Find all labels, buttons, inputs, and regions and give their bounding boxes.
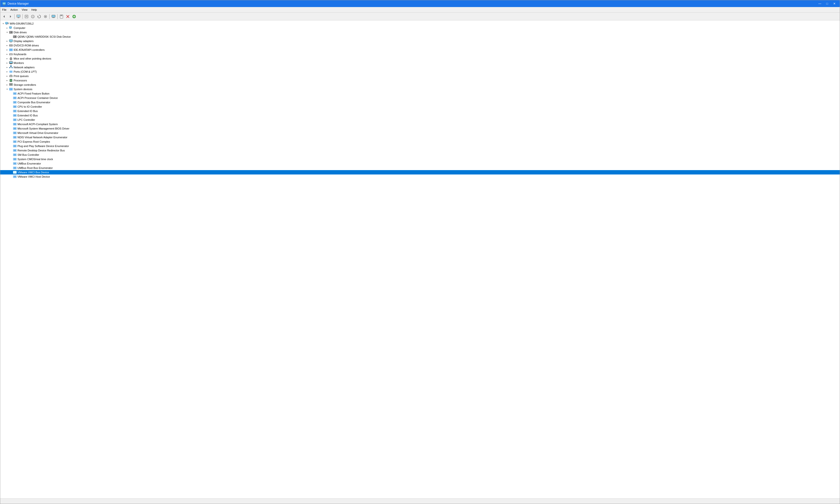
svg-marker-15 [38, 16, 39, 17]
svg-rect-100 [14, 97, 16, 99]
help-button[interactable]: ? [30, 14, 36, 19]
monitors-expand-icon[interactable] [5, 61, 9, 65]
tree-ms-smbios[interactable]: Microsoft System Management BIOS Driver [0, 126, 840, 131]
system-devices-icon [9, 87, 13, 91]
svg-rect-40 [10, 32, 11, 33]
tree-ports[interactable]: Ports (COM & LPT) [0, 70, 840, 74]
tree-extended-io-2[interactable]: Extended IO Bus [0, 113, 840, 118]
network-expand-icon[interactable] [5, 65, 9, 69]
tree-system-devices[interactable]: System devices [0, 87, 840, 91]
close-button[interactable]: ✕ [831, 1, 838, 6]
tree-pnp[interactable]: Plug and Play Software Device Enumerator [0, 144, 840, 148]
tree-network[interactable]: Network adapters [0, 65, 840, 70]
vmci-host-label: VMware VMCI Host Device [18, 175, 839, 178]
svg-rect-9 [18, 18, 19, 18]
status-bar [0, 499, 840, 504]
svg-rect-67 [10, 66, 12, 67]
tree-umbus-root[interactable]: UMBus Root Bus Enumerator [0, 166, 840, 170]
processors-expand-icon[interactable] [5, 78, 9, 83]
keyboards-expand-icon[interactable] [5, 52, 9, 56]
tree-lpc-controller[interactable]: LPC Controller [0, 118, 840, 122]
svg-point-62 [11, 57, 12, 58]
display-button[interactable] [51, 14, 56, 19]
print-expand-icon[interactable] [5, 74, 9, 78]
tree-smbus[interactable]: SM Bus Controller [0, 152, 840, 157]
tree-vmci-bus[interactable]: VMware VMCI Bus Device [0, 170, 840, 175]
menu-action[interactable]: Action [8, 7, 20, 12]
pnp-expand [9, 144, 13, 148]
tree-pci-root[interactable]: PCI Express Root Complex [0, 140, 840, 144]
keyboards-icon [9, 52, 13, 56]
minimize-button[interactable]: — [817, 1, 823, 6]
menu-file[interactable]: File [0, 7, 8, 12]
forward-button[interactable] [7, 14, 13, 19]
tree-qemu-disk[interactable]: QEMU QEMU HARDDISK SCSI Disk Device [0, 35, 840, 39]
add-button[interactable] [71, 14, 77, 19]
tree-ms-vde[interactable]: Microsoft Virtual Drive Enumerator [0, 131, 840, 135]
svg-rect-64 [10, 62, 12, 63]
tree-print-queues[interactable]: Print queues [0, 74, 840, 78]
svg-rect-108 [14, 115, 16, 116]
tree-extended-io-1[interactable]: Extended IO Bus [0, 109, 840, 113]
window-title: Device Manager [7, 2, 29, 5]
toolbar-sep-3 [49, 14, 50, 19]
tree-keyboards[interactable]: Keyboards [0, 52, 840, 56]
show-devices-button[interactable] [16, 14, 21, 19]
root-expand-icon[interactable] [1, 22, 5, 25]
tree-rdp-bus[interactable]: Remote Desktop Device Redirector Bus [0, 148, 840, 152]
tree-computer[interactable]: Computer [0, 26, 840, 30]
ports-label: Ports (COM & LPT) [14, 70, 839, 73]
tree-acpi-fixed[interactable]: ACPI Fixed Feature Button [0, 91, 840, 96]
ide-expand-icon[interactable] [5, 48, 9, 52]
ports-expand-icon[interactable] [5, 70, 9, 74]
svg-rect-118 [14, 137, 16, 138]
tree-ide-controllers[interactable]: IDE ATA/ATAPI controllers [0, 48, 840, 52]
pnp-icon [13, 144, 17, 148]
ms-vde-label: Microsoft Virtual Drive Enumerator [18, 131, 839, 134]
tree-storage[interactable]: Storage controllers [0, 83, 840, 87]
tree-ms-acpi[interactable]: Microsoft ACPI-Compliant System [0, 122, 840, 126]
tree-umbus[interactable]: UMBus Enumerator [0, 161, 840, 166]
tree-vmci-host[interactable]: VMware VMCI Host Device [0, 175, 840, 179]
svg-rect-1 [3, 3, 5, 4]
device-tree[interactable]: WIN-G9U8N7156L2 Computer [0, 20, 840, 499]
tree-acpi-processor[interactable]: ACPI Processor Container Device [0, 96, 840, 100]
save-button[interactable] [58, 14, 65, 19]
storage-expand-icon[interactable] [5, 83, 9, 87]
disk-drives-expand-icon[interactable] [5, 30, 9, 34]
svg-rect-112 [14, 123, 16, 125]
tree-root[interactable]: WIN-G9U8N7156L2 [0, 21, 840, 26]
ndis-label: NDIS Virtual Network Adapter Enumerator [18, 136, 839, 139]
tree-cmos[interactable]: System CMOS/real time clock [0, 157, 840, 161]
computer-expand-icon[interactable] [5, 26, 9, 30]
update-button[interactable] [36, 14, 42, 19]
svg-point-38 [11, 32, 12, 33]
extended-io2-label: Extended IO Bus [18, 114, 839, 117]
scan-button[interactable] [42, 14, 48, 19]
menu-help[interactable]: Help [30, 7, 39, 12]
mice-expand-icon[interactable] [5, 57, 9, 60]
monitors-label: Monitors [14, 61, 839, 65]
tree-mice[interactable]: Mice and other pointing devices [0, 56, 840, 61]
svg-point-75 [11, 71, 11, 72]
tree-dvd-drives[interactable]: DVD/CD-ROM drives [0, 43, 840, 48]
tree-composite-bus[interactable]: Composite Bus Enumerator [0, 100, 840, 105]
menu-view[interactable]: View [20, 7, 30, 12]
tree-monitors[interactable]: Monitors [0, 61, 840, 65]
tree-ndis[interactable]: NDIS Virtual Network Adapter Enumerator [0, 135, 840, 140]
system-expand-icon[interactable] [5, 87, 9, 91]
tree-display-adapters[interactable]: Display adapters [0, 39, 840, 43]
svg-rect-8 [18, 17, 19, 18]
extended-io1-expand [9, 109, 13, 113]
properties-button[interactable] [23, 14, 30, 19]
display-expand-icon[interactable] [5, 39, 9, 43]
remove-button[interactable] [65, 14, 71, 19]
maximize-button[interactable]: □ [824, 1, 830, 6]
umbus-icon [13, 162, 17, 165]
dvd-expand-icon[interactable] [5, 43, 9, 48]
tree-cpu-io[interactable]: CPU to IO Controller [0, 105, 840, 109]
back-button[interactable] [1, 14, 7, 19]
tree-disk-drives[interactable]: Disk drives [0, 30, 840, 35]
tree-processors[interactable]: Processors [0, 78, 840, 83]
svg-rect-52 [10, 49, 11, 51]
